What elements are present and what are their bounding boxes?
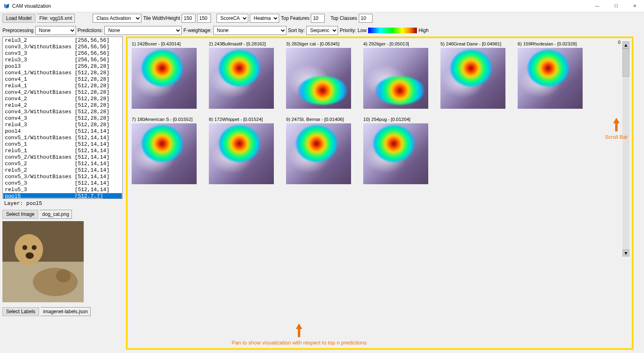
tile-caption: 5) 246 Great Dane - [0.04981] (440, 41, 505, 48)
scorecam-select[interactable]: ScoreCAM (217, 14, 248, 23)
scroll-down-button[interactable]: ▼ (622, 250, 629, 256)
cam-tile[interactable]: 3) 282 tiger cat - [0.05345] (286, 41, 351, 109)
svg-point-5 (26, 252, 34, 259)
tile-image (132, 123, 197, 184)
tile-caption: 3) 282 tiger cat - [0.05345] (286, 41, 351, 48)
model-file-label: File: vgg16.xml (37, 14, 75, 23)
select-image-button[interactable]: Select Image (2, 210, 38, 219)
tile-image (286, 48, 351, 109)
layer-row[interactable]: relu3_3 [256,56,56] (3, 57, 122, 63)
visualization-panel: 1) 242 Boxer - [0.42014]2) 243 Bullmasti… (126, 37, 642, 350)
layer-listbox[interactable]: relu3_2 [256,56,56]conv3_3/WithoutBiases… (2, 37, 123, 199)
layer-row[interactable]: conv3_3/WithoutBiases [256,56,56] (3, 44, 122, 50)
scroll-up-button[interactable]: ▲ (622, 41, 629, 48)
tile-image (363, 123, 428, 184)
scrollbar-annotation: Scroll Bar (605, 118, 628, 140)
top-classes-input[interactable] (359, 14, 373, 23)
pan-annotation: Pan to show visualization with respect t… (232, 323, 366, 346)
tile-image (518, 48, 583, 109)
layer-row[interactable]: pool3 [256,28,28] (3, 63, 122, 70)
tile-caption: 6) 159 Rhodesian - [0.02328] (518, 41, 583, 48)
left-panel: relu3_2 [256,56,56]conv3_3/WithoutBiases… (2, 37, 123, 350)
layer-row[interactable]: relu4_1 [512,28,28] (3, 83, 122, 89)
cam-tile[interactable]: 7) 180 American S - [0.01552] (132, 117, 197, 184)
layer-row[interactable]: relu5_3 [512,14,14] (3, 187, 122, 193)
preprocessing-label: Preprocessing (2, 28, 34, 33)
close-button[interactable]: ✕ (625, 0, 644, 12)
priority-colorbar (368, 28, 417, 33)
layer-row[interactable]: relu3_2 [256,56,56] (3, 37, 122, 44)
layer-row[interactable]: relu4_3 [512,28,28] (3, 122, 122, 128)
cam-tile[interactable]: 8) 172 Whippet - [0.01524] (209, 117, 274, 184)
cam-tile[interactable]: 1) 242 Boxer - [0.42014] (132, 41, 197, 109)
tile-grid[interactable]: 1) 242 Boxer - [0.42014]2) 243 Bullmasti… (132, 41, 609, 325)
tile-height-input[interactable] (197, 14, 211, 23)
input-image-preview (2, 221, 84, 302)
svg-point-2 (15, 234, 43, 265)
tile-caption: 9) 247 St. Bernar - [0.01406] (286, 117, 351, 123)
select-labels-button[interactable]: Select Labels (2, 307, 39, 316)
svg-point-6 (33, 268, 78, 296)
tile-image (286, 123, 351, 184)
class-activation-select[interactable]: Class Activation (93, 14, 141, 23)
app-icon (3, 3, 10, 9)
top-classes-label: Top Classes (330, 15, 357, 21)
tile-wh-label: Tile Width/Height (143, 15, 180, 21)
layer-row[interactable]: conv5_3/WithoutBiases [512,14,14] (3, 174, 122, 180)
window-title: CAM visualization (12, 3, 588, 9)
labels-file-label: imagenet-labels.json (41, 307, 91, 316)
fweightage-select[interactable]: None (213, 26, 286, 35)
cam-tile[interactable]: 2) 243 Bullmastif - [0.28162] (209, 41, 274, 109)
image-file-label: dog_cat.png (40, 210, 72, 219)
tile-width-input[interactable] (182, 14, 195, 23)
cam-tile[interactable]: 4) 292 tiger - [0.05013] (363, 41, 428, 109)
layer-row[interactable]: relu5_1 [512,14,14] (3, 148, 122, 154)
tile-image (209, 123, 274, 184)
cam-tile[interactable]: 10) 254 pug - [0.01204] (363, 117, 428, 184)
top-features-label: Top Features (281, 15, 309, 21)
cam-tile[interactable]: 9) 247 St. Bernar - [0.01406] (286, 117, 351, 184)
layer-row[interactable]: conv4_3/WithoutBiases [512,28,28] (3, 109, 122, 115)
layer-row[interactable]: conv4_1 [512,28,28] (3, 76, 122, 83)
layer-row[interactable]: pool4 [512,14,14] (3, 128, 122, 135)
tile-caption: 8) 172 Whippet - [0.01524] (209, 117, 274, 123)
layer-row[interactable]: conv5_2 [512,14,14] (3, 161, 122, 167)
layer-row[interactable]: conv3_3 [256,56,56] (3, 50, 122, 57)
layer-row[interactable]: conv5_1 [512,14,14] (3, 141, 122, 148)
tile-caption: 4) 292 tiger - [0.05013] (363, 41, 428, 48)
tile-caption: 10) 254 pug - [0.01204] (363, 117, 428, 123)
preprocessing-select[interactable]: None (35, 26, 76, 35)
predictions-select[interactable]: None (104, 26, 182, 35)
load-model-button[interactable]: Load Model (2, 14, 35, 23)
cam-tile[interactable]: 6) 159 Rhodesian - [0.02328] (518, 41, 583, 109)
layer-row[interactable]: conv5_3 [512,14,14] (3, 180, 122, 187)
top-features-input[interactable] (311, 14, 325, 23)
tile-caption: 1) 242 Boxer - [0.42014] (132, 41, 197, 48)
layer-row[interactable]: relu4_2 [512,28,28] (3, 102, 122, 109)
toolbar-row-1: Load Model File: vgg16.xml Class Activat… (0, 12, 644, 24)
layer-row[interactable]: relu5_2 [512,14,14] (3, 167, 122, 174)
titlebar: CAM visualization — ☐ ✕ (0, 0, 644, 12)
tile-image (132, 48, 197, 109)
cam-tile[interactable]: 5) 246 Great Dane - [0.04981] (440, 41, 505, 109)
tile-image (209, 48, 274, 109)
minimize-button[interactable]: — (588, 0, 607, 12)
sortby-select[interactable]: Sequence (306, 26, 338, 35)
scroll-track[interactable] (622, 48, 629, 250)
layer-row[interactable]: conv4_3 [512,28,28] (3, 115, 122, 122)
layer-row[interactable]: pool5 [512,7,7] (3, 193, 122, 199)
svg-rect-1 (2, 221, 84, 262)
toolbar-row-2: Preprocessing None Predictions: None F-w… (0, 24, 644, 37)
scroll-thumb[interactable] (622, 48, 629, 77)
layer-row[interactable]: conv5_1/WithoutBiases [512,14,14] (3, 135, 122, 141)
layer-row[interactable]: conv5_2/WithoutBiases [512,14,14] (3, 154, 122, 161)
tile-caption: 2) 243 Bullmastif - [0.28162] (209, 41, 274, 48)
tile-caption: 7) 180 American S - [0.01552] (132, 117, 197, 123)
maximize-button[interactable]: ☐ (607, 0, 625, 12)
layer-row[interactable]: conv4_2/WithoutBiases [512,28,28] (3, 89, 122, 96)
predictions-label: Predictions: (78, 28, 103, 33)
layer-row[interactable]: conv4_1/WithoutBiases [512,28,28] (3, 70, 122, 76)
layer-row[interactable]: conv4_2 [512,28,28] (3, 96, 122, 102)
heatmap-select[interactable]: Heatmap (250, 14, 279, 23)
vertical-scrollbar[interactable]: ▲ ▼ (622, 41, 629, 256)
